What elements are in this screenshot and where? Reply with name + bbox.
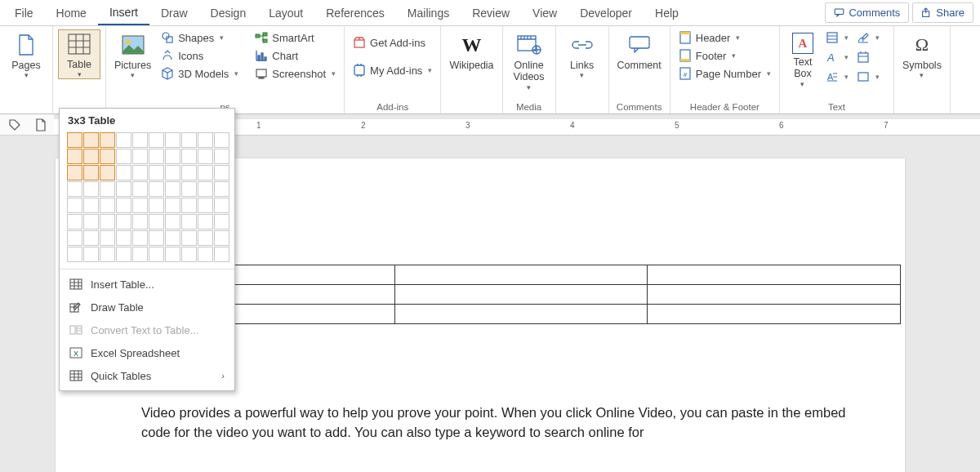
- grid-cell[interactable]: [132, 165, 148, 180]
- grid-cell[interactable]: [198, 149, 213, 164]
- grid-cell[interactable]: [116, 149, 131, 164]
- icons-button[interactable]: Icons: [158, 47, 242, 64]
- tab-insert[interactable]: Insert: [98, 1, 149, 25]
- grid-cell[interactable]: [116, 198, 131, 213]
- grid-cell[interactable]: [214, 181, 229, 197]
- grid-cell[interactable]: [116, 214, 131, 229]
- new-page-icon[interactable]: [34, 118, 47, 131]
- tab-mailings[interactable]: Mailings: [396, 2, 461, 24]
- grid-cell[interactable]: [67, 149, 82, 164]
- wikipedia-button[interactable]: W Wikipedia: [446, 29, 497, 71]
- drop-cap-button[interactable]: A▾: [822, 69, 852, 85]
- header-button[interactable]: Header▾: [675, 29, 774, 46]
- grid-cell[interactable]: [165, 149, 180, 164]
- grid-cell[interactable]: [116, 247, 131, 262]
- grid-cell[interactable]: [149, 198, 164, 213]
- tab-file[interactable]: File: [3, 2, 45, 24]
- grid-cell[interactable]: [198, 132, 213, 148]
- symbols-button[interactable]: Ω Symbols ▾: [899, 29, 945, 79]
- grid-cell[interactable]: [132, 132, 148, 148]
- grid-cell[interactable]: [214, 132, 229, 148]
- body-paragraph[interactable]: Video provides a powerful way to help yo…: [141, 403, 852, 443]
- grid-cell[interactable]: [149, 149, 164, 164]
- grid-cell[interactable]: [165, 198, 180, 213]
- table-size-grid[interactable]: [60, 132, 234, 269]
- grid-cell[interactable]: [198, 230, 213, 246]
- excel-spreadsheet-item[interactable]: XExcel Spreadsheet: [60, 341, 234, 364]
- grid-cell[interactable]: [67, 132, 82, 148]
- tab-home[interactable]: Home: [45, 2, 98, 24]
- draw-table-item[interactable]: Draw Table: [60, 296, 234, 318]
- grid-cell[interactable]: [165, 247, 180, 262]
- signature-line-button[interactable]: ▾: [853, 29, 883, 46]
- grid-cell[interactable]: [100, 214, 115, 229]
- pictures-button[interactable]: Pictures ▾: [111, 29, 154, 79]
- grid-cell[interactable]: [132, 247, 148, 262]
- tab-help[interactable]: Help: [644, 2, 690, 24]
- grid-cell[interactable]: [181, 247, 197, 262]
- grid-cell[interactable]: [149, 230, 164, 246]
- grid-cell[interactable]: [214, 214, 229, 229]
- grid-cell[interactable]: [100, 181, 115, 197]
- grid-cell[interactable]: [214, 198, 229, 213]
- grid-cell[interactable]: [83, 181, 99, 197]
- tab-draw[interactable]: Draw: [149, 2, 199, 24]
- tag-icon[interactable]: [8, 118, 21, 131]
- grid-cell[interactable]: [181, 132, 197, 148]
- grid-cell[interactable]: [67, 247, 82, 262]
- quick-parts-button[interactable]: ▾: [822, 29, 852, 46]
- grid-cell[interactable]: [165, 165, 180, 180]
- grid-cell[interactable]: [165, 214, 180, 229]
- grid-cell[interactable]: [83, 198, 99, 213]
- online-videos-button[interactable]: Online Videos ▾: [508, 29, 550, 91]
- grid-cell[interactable]: [149, 247, 164, 262]
- tab-view[interactable]: View: [521, 2, 568, 24]
- tab-references[interactable]: References: [314, 2, 396, 24]
- comments-button[interactable]: Comments: [825, 2, 909, 23]
- grid-cell[interactable]: [214, 247, 229, 262]
- document-table[interactable]: [141, 265, 901, 324]
- grid-cell[interactable]: [181, 181, 197, 197]
- grid-cell[interactable]: [67, 214, 82, 229]
- grid-cell[interactable]: [83, 247, 99, 262]
- 3d-models-button[interactable]: 3D Models▾: [158, 65, 242, 82]
- grid-cell[interactable]: [67, 198, 82, 213]
- comment-button[interactable]: Comment: [614, 29, 665, 71]
- object-button[interactable]: ▾: [853, 69, 883, 85]
- grid-cell[interactable]: [67, 165, 82, 180]
- grid-cell[interactable]: [132, 198, 148, 213]
- grid-cell[interactable]: [165, 181, 180, 197]
- grid-cell[interactable]: [83, 230, 99, 246]
- grid-cell[interactable]: [83, 165, 99, 180]
- grid-cell[interactable]: [181, 230, 197, 246]
- grid-cell[interactable]: [132, 230, 148, 246]
- grid-cell[interactable]: [67, 230, 82, 246]
- grid-cell[interactable]: [214, 165, 229, 180]
- grid-cell[interactable]: [149, 132, 164, 148]
- grid-cell[interactable]: [181, 165, 197, 180]
- grid-cell[interactable]: [132, 181, 148, 197]
- grid-cell[interactable]: [165, 230, 180, 246]
- grid-cell[interactable]: [67, 181, 82, 197]
- tab-layout[interactable]: Layout: [257, 2, 314, 24]
- grid-cell[interactable]: [100, 165, 115, 180]
- get-addins-button[interactable]: Get Add-ins: [350, 34, 435, 51]
- grid-cell[interactable]: [214, 149, 229, 164]
- grid-cell[interactable]: [116, 165, 131, 180]
- links-button[interactable]: Links ▾: [561, 29, 604, 79]
- grid-cell[interactable]: [181, 149, 197, 164]
- grid-cell[interactable]: [100, 230, 115, 246]
- smartart-button[interactable]: SmartArt: [252, 29, 339, 46]
- wordart-button[interactable]: A▾: [822, 49, 852, 65]
- grid-cell[interactable]: [198, 165, 213, 180]
- chart-button[interactable]: Chart: [252, 47, 339, 64]
- grid-cell[interactable]: [181, 198, 197, 213]
- grid-cell[interactable]: [83, 214, 99, 229]
- tab-design[interactable]: Design: [199, 2, 258, 24]
- grid-cell[interactable]: [116, 230, 131, 246]
- grid-cell[interactable]: [181, 214, 197, 229]
- share-button[interactable]: Share: [912, 2, 973, 23]
- grid-cell[interactable]: [149, 165, 164, 180]
- grid-cell[interactable]: [100, 198, 115, 213]
- footer-button[interactable]: Footer▾: [675, 47, 774, 64]
